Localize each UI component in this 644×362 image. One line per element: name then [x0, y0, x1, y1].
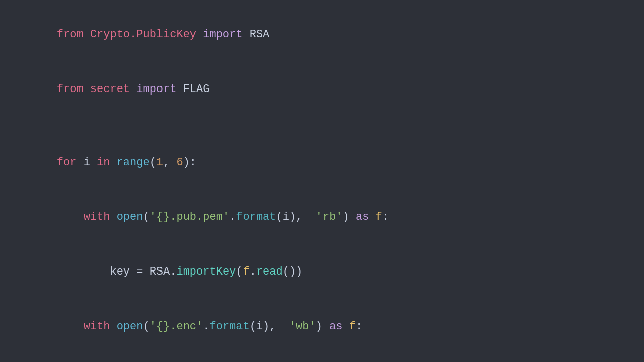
- f-var3: f: [349, 320, 356, 333]
- i-var1: i: [283, 211, 289, 223]
- module-crypto: Crypto.PublicKey: [90, 28, 203, 41]
- line-import1: from Crypto.PublicKey import RSA: [30, 8, 614, 62]
- paren6: (: [236, 265, 243, 278]
- format-method2: format: [209, 320, 249, 333]
- paren10: ),: [263, 320, 283, 333]
- line-import2: from secret import FLAG: [30, 62, 614, 117]
- rsa-class: RSA: [250, 28, 270, 41]
- string-rb: 'rb': [309, 211, 343, 223]
- key-var: key: [110, 265, 136, 278]
- f-var1: f: [376, 211, 382, 223]
- line-with1: with open('{}.pub.pem'.format(i), 'rb') …: [30, 190, 614, 245]
- indent2: [57, 265, 110, 278]
- indent3: [57, 320, 84, 333]
- open-func1: open: [117, 211, 143, 223]
- read-method: read: [256, 265, 283, 278]
- colon1: :: [382, 211, 389, 223]
- from-keyword2: from: [57, 83, 90, 96]
- blank-line: [30, 117, 614, 135]
- import-keyword2: import: [136, 83, 183, 96]
- string-pub-pem: '{}.pub.pem': [150, 211, 229, 223]
- loop-var-i: i: [84, 156, 97, 169]
- line-for: for i in range(1, 6):: [30, 135, 614, 190]
- range-func: range: [117, 156, 150, 169]
- in-keyword: in: [97, 156, 117, 169]
- flag-identifier: FLAG: [183, 83, 210, 96]
- paren2: (: [143, 211, 149, 223]
- indent1: [57, 211, 84, 223]
- num-1: 1: [156, 156, 163, 169]
- code-block: #!/usr/bin/env python3 from Crypto.Publi…: [0, 0, 644, 362]
- line-with2: with open('{}.enc'.format(i), 'wb') as f…: [30, 300, 614, 354]
- from-keyword: from: [57, 28, 90, 41]
- as-keyword1: as: [356, 211, 376, 223]
- dot4: .: [203, 320, 209, 333]
- paren3: (: [276, 211, 283, 223]
- dot3: .: [250, 265, 256, 278]
- line-key-assign: key = RSA.importKey(f.read()): [30, 245, 614, 300]
- as-keyword2: as: [329, 320, 349, 333]
- dot2: .: [170, 265, 176, 278]
- paren8: (: [143, 320, 149, 333]
- open-func2: open: [117, 320, 143, 333]
- string-enc: '{}.enc': [150, 320, 203, 333]
- i-var2: i: [256, 320, 263, 333]
- dot1: .: [229, 211, 236, 223]
- line-fwrite: f.write(key.encrypt(FLAG.encode(), None)…: [30, 354, 614, 362]
- paren4: ),: [289, 211, 309, 223]
- paren5: ): [343, 211, 356, 223]
- importkey-method: importKey: [176, 265, 236, 278]
- rsa-ref: RSA: [150, 265, 170, 278]
- format-method1: format: [236, 211, 276, 223]
- module-secret: secret: [90, 83, 136, 96]
- line-shebang: #!/usr/bin/env python3: [30, 0, 614, 8]
- paren-open1: (: [150, 156, 156, 169]
- import-keyword: import: [203, 28, 249, 41]
- for-keyword: for: [57, 156, 84, 169]
- comma1: ,: [163, 156, 176, 169]
- f-var2: f: [243, 265, 250, 278]
- colon2: :: [356, 320, 362, 333]
- with-keyword2: with: [84, 320, 117, 333]
- paren11: ): [316, 320, 329, 333]
- paren-close1: ):: [183, 156, 196, 169]
- paren9: (: [250, 320, 256, 333]
- eq1: =: [136, 265, 149, 278]
- paren7: ()): [283, 265, 303, 278]
- num-6: 6: [176, 156, 183, 169]
- string-wb: 'wb': [283, 320, 316, 333]
- with-keyword1: with: [84, 211, 117, 223]
